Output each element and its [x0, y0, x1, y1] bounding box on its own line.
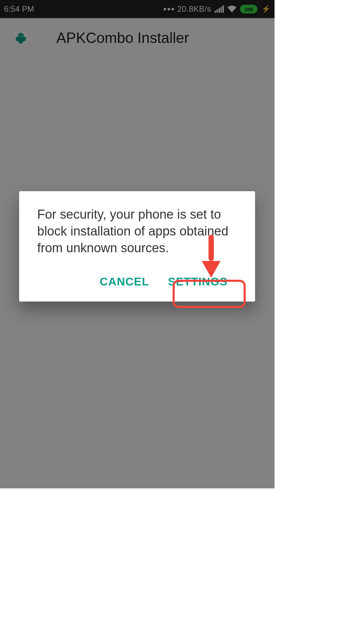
screen-root: APKCombo Installer 6:54 PM ••• 20.8KB/s …: [0, 0, 275, 488]
cancel-button[interactable]: CANCEL: [90, 268, 159, 296]
dialog-message: For security, your phone is set to block…: [37, 206, 237, 256]
unknown-sources-dialog: For security, your phone is set to block…: [19, 191, 255, 302]
settings-button[interactable]: SETTINGS: [159, 268, 237, 296]
dialog-actions: CANCEL SETTINGS: [37, 268, 237, 296]
